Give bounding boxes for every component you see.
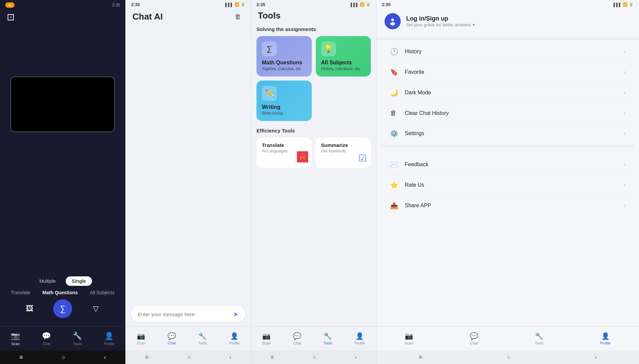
svg-point-2 — [390, 22, 395, 26]
menu-clearchat[interactable]: 🗑 Clear Chat History › — [386, 103, 630, 123]
profile-nav-scan[interactable]: 📷 Scan — [405, 332, 413, 345]
section-solving: Solving the assignments — [256, 26, 371, 32]
allsubjects-icon: 💡 — [321, 41, 336, 56]
gallery-icon[interactable]: 🖼 — [22, 301, 37, 316]
menu-settings[interactable]: ⚙️ Settings › — [386, 123, 630, 144]
chat-android-home[interactable]: ○ — [187, 354, 191, 360]
android-back-icon[interactable]: ‹ — [104, 354, 106, 361]
translate-card[interactable]: Translate All Languages 🅰 — [256, 138, 312, 168]
profile-signal-icon: ▌▌▌ — [614, 3, 621, 7]
signal-bar-icon: ▌▌▌ — [225, 3, 233, 7]
summarize-title: Summarize — [321, 142, 366, 148]
mode-multiple-btn[interactable]: Multiple — [33, 276, 62, 286]
summarize-card[interactable]: Summarize Get keywords ☑ — [316, 138, 371, 168]
profile-info: Log in/Sign up Set your grade for better… — [406, 15, 475, 27]
math-icon: ∑ — [262, 41, 277, 56]
menu-history[interactable]: 🕐 History › — [386, 41, 630, 62]
menu-favorite[interactable]: 🔖 Favorite › — [386, 62, 630, 83]
profile-android-menu[interactable]: ≡ — [419, 354, 422, 360]
chat-nav-chat[interactable]: 💬 Chat — [168, 332, 176, 345]
menu-darkmode[interactable]: 🌙 Dark Mode › — [386, 83, 630, 103]
chat-tools-label: Tools — [198, 341, 207, 345]
tools-tools-nav-icon: 🔧 — [324, 332, 332, 340]
tools-nav-profile[interactable]: 👤 Profile — [355, 332, 365, 345]
profile-nav-tools[interactable]: 🔧 Tools — [535, 332, 544, 345]
profile-nav-icon: 👤 — [104, 332, 114, 340]
menu-feedback[interactable]: ✉️ Feedback › — [386, 154, 630, 175]
profile-nav-profile[interactable]: 👤 Profile — [600, 332, 611, 345]
filter-icon[interactable]: ▽ — [88, 301, 103, 316]
allsubjects-sub: History, Literature, etc — [321, 66, 366, 71]
android-home-icon[interactable]: ○ — [62, 354, 65, 361]
send-btn[interactable]: ➤ — [233, 310, 239, 318]
camera-viewfinder[interactable] — [10, 77, 115, 132]
profile-bottom-nav: 📷 Scan 💬 Chat 🔧 Tools 👤 Profile — [376, 326, 639, 351]
mode-single-btn[interactable]: Single — [66, 276, 92, 286]
label-math[interactable]: Math Questions — [42, 290, 78, 295]
chat-nav-profile[interactable]: 👤 Profile — [229, 332, 240, 345]
profile-avatar — [385, 13, 401, 29]
chat-android-back[interactable]: ‹ — [230, 354, 231, 360]
darkmode-icon: 🌙 — [390, 89, 399, 97]
nav-profile[interactable]: 👤 Profile — [104, 332, 114, 346]
svg-point-1 — [391, 19, 394, 21]
profile-tools-nav-label: Tools — [535, 341, 544, 345]
favorite-label: Favorite — [405, 69, 618, 75]
tools-battery-icon: 🔋 — [366, 2, 371, 7]
dropdown-arrow-icon[interactable]: ▾ — [473, 22, 475, 27]
menu-rateus[interactable]: ⭐ Rate Us › — [386, 175, 630, 195]
chat-input[interactable] — [138, 311, 230, 317]
writing-icon: ✏️ — [262, 86, 277, 101]
battery-icon: 🔋 — [241, 2, 245, 7]
darkmode-label: Dark Mode — [405, 90, 618, 96]
profile-chat-nav-icon: 💬 — [470, 332, 478, 340]
tools-android-back[interactable]: ‹ — [355, 354, 357, 360]
chat-android-nav: ≡ ○ ‹ — [126, 351, 251, 364]
nav-chat[interactable]: 💬 Chat — [42, 332, 51, 346]
scan-status-pill: ● — [5, 3, 14, 7]
tools-nav-tools[interactable]: 🔧 Tools — [324, 332, 332, 345]
writing-title: Writing — [262, 104, 306, 110]
main-menu-section: 🕐 History › 🔖 Favorite › 🌙 Dark Mode › 🗑… — [382, 41, 634, 144]
tools-nav-scan[interactable]: 📷 Scan — [262, 332, 271, 345]
login-title[interactable]: Log in/Sign up — [406, 15, 475, 22]
chat-bottom-nav: 📷 Scan 💬 Chat 🔧 Tools 👤 Profile — [126, 326, 251, 351]
chat-delete-btn[interactable]: 🗑 — [232, 10, 244, 23]
history-chevron-icon: › — [624, 49, 626, 55]
favorite-chevron-icon: › — [624, 69, 626, 75]
rateus-icon: ⭐ — [390, 181, 399, 189]
tools-assignment-grid: ∑ Math Questions Algebra, Calculus, etc … — [256, 36, 371, 121]
chat-nav-scan[interactable]: 📷 Scan — [137, 332, 145, 345]
profile-android-back[interactable]: ‹ — [595, 354, 597, 360]
menu-shareapp[interactable]: 📤 Share APP › — [386, 195, 630, 216]
feedback-chevron-icon: › — [624, 161, 626, 168]
tools-nav-chat[interactable]: 💬 Chat — [293, 332, 301, 345]
tool-allsubjects-card[interactable]: 💡 All Subjects History, Literature, etc — [316, 36, 371, 77]
tools-android-menu[interactable]: ≡ — [271, 354, 274, 360]
nav-scan[interactable]: 📷 Scan — [11, 332, 20, 346]
nav-tools[interactable]: 🔧 Tools — [73, 332, 82, 346]
tool-writing-card[interactable]: ✏️ Writing Write essay — [256, 81, 312, 121]
chat-nav-tools[interactable]: 🔧 Tools — [198, 332, 207, 345]
profile-nav-chat[interactable]: 💬 Chat — [470, 332, 478, 345]
favorite-icon: 🔖 — [390, 68, 399, 76]
android-menu-icon[interactable]: ≡ — [19, 354, 23, 361]
profile-android-home[interactable]: ○ — [507, 354, 510, 360]
tools-chat-nav-icon: 💬 — [293, 332, 301, 340]
settings-label: Settings — [405, 130, 618, 136]
tool-math-card[interactable]: ∑ Math Questions Algebra, Calculus, etc — [256, 36, 312, 77]
tools-android-home[interactable]: ○ — [313, 354, 316, 360]
label-allsubjects[interactable]: All Subjects — [90, 290, 115, 295]
divider-top — [376, 37, 639, 40]
settings-chevron-icon: › — [624, 130, 626, 136]
chat-input-area: ➤ — [126, 302, 251, 326]
chat-nav-label: Chat — [42, 342, 50, 346]
tools-nav-label: Tools — [73, 342, 82, 346]
chat-android-menu[interactable]: ≡ — [145, 354, 148, 360]
sigma-icon[interactable]: ∑ — [53, 299, 72, 318]
chat-header: Chat AI 🗑 — [126, 9, 251, 27]
chat-time: 2:35 — [131, 2, 140, 7]
scan-panel: ● 2:35 ⊡ Multiple Single Translate Math … — [0, 0, 125, 364]
label-translate[interactable]: Translate — [11, 290, 30, 295]
chat-content — [126, 27, 251, 302]
